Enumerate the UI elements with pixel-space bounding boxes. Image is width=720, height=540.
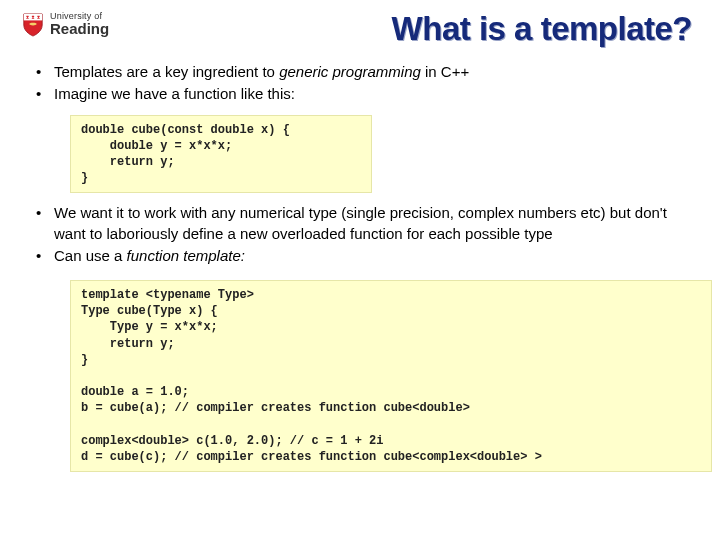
university-name: University of Reading <box>50 12 109 37</box>
bullet-1: Templates are a key ingredient to generi… <box>34 62 686 82</box>
bullet-1-text-a: Templates are a key ingredient to <box>54 63 279 80</box>
code-block-2: template <typename Type> Type cube(Type … <box>70 280 712 472</box>
bullet-1-italic: generic programming <box>279 63 421 80</box>
bullet-1-text-b: in C++ <box>421 63 469 80</box>
bullet-4-text-a: Can use a <box>54 247 127 264</box>
bullet-4-italic: function template: <box>127 247 245 264</box>
bullet-3-text: We want it to work with any numerical ty… <box>54 204 667 241</box>
code-block-1: double cube(const double x) { double y =… <box>70 115 372 194</box>
bullet-2-text: Imagine we have a function like this: <box>54 85 295 102</box>
page-title: What is a template? <box>392 10 692 48</box>
header: University of Reading What is a template… <box>0 0 720 54</box>
slide-body: Templates are a key ingredient to generi… <box>0 62 720 472</box>
university-big: Reading <box>50 21 109 37</box>
shield-icon <box>22 12 44 38</box>
university-logo: University of Reading <box>22 12 109 38</box>
bullet-2: Imagine we have a function like this: <box>34 84 686 104</box>
bullet-3: We want it to work with any numerical ty… <box>34 203 686 244</box>
bullet-4: Can use a function template: <box>34 246 686 266</box>
bullet-list-bottom: We want it to work with any numerical ty… <box>34 203 686 266</box>
bullet-list-top: Templates are a key ingredient to generi… <box>34 62 686 105</box>
